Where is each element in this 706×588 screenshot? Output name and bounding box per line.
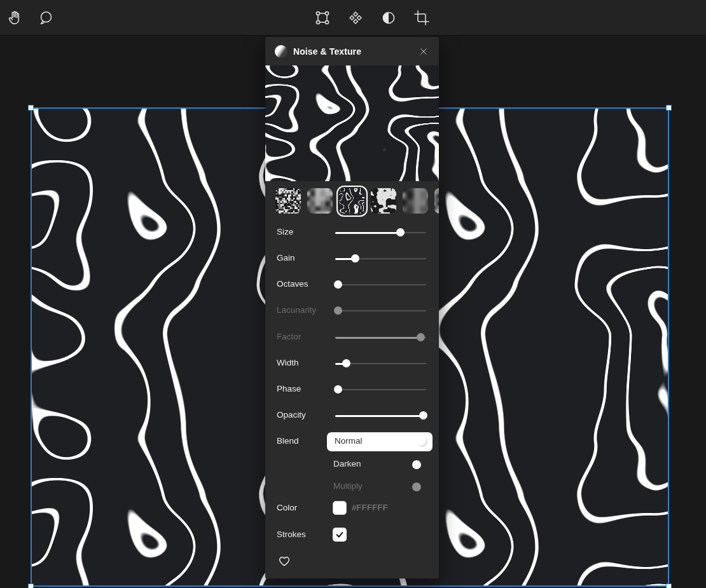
- thumbnail-grain[interactable]: [275, 188, 301, 214]
- slider-row-factor: Factor: [265, 331, 439, 344]
- lacunarity-slider-thumb: [334, 306, 342, 315]
- octaves-slider-thumb[interactable]: [334, 280, 342, 289]
- blend-multiply-swatch-icon: [412, 482, 421, 491]
- size-slider[interactable]: [335, 226, 426, 239]
- blend-option-multiply[interactable]: Multiply: [265, 481, 439, 493]
- toolbar-left-group: [6, 0, 54, 36]
- panel-title: Noise & Texture: [293, 46, 361, 57]
- toolbar-center-group: [314, 0, 430, 36]
- gain-label: Gain: [277, 253, 295, 263]
- panel-header: Noise & Texture: [265, 37, 439, 65]
- gain-slider[interactable]: [335, 252, 426, 265]
- slider-row-size: Size: [265, 226, 439, 239]
- slider-row-opacity: Opacity: [265, 409, 439, 422]
- octaves-label: Octaves: [277, 279, 308, 289]
- opacity-label: Opacity: [277, 410, 306, 420]
- blend-normal-swatch-icon: [417, 437, 427, 447]
- selection-handle-top-left[interactable]: [28, 105, 34, 111]
- width-slider-thumb[interactable]: [342, 359, 350, 367]
- blend-label: Blend: [277, 436, 299, 446]
- color-swatch[interactable]: [333, 501, 347, 515]
- crop-tool-icon[interactable]: [413, 10, 430, 26]
- selection-handle-bottom-right[interactable]: [666, 584, 672, 588]
- strokes-row: Strokes: [265, 528, 439, 542]
- phase-slider-thumb[interactable]: [334, 385, 342, 393]
- width-slider[interactable]: [335, 357, 426, 370]
- phase-label: Phase: [277, 384, 301, 393]
- size-slider-thumb[interactable]: [396, 228, 405, 236]
- slider-row-lacunarity: Lacunarity: [265, 304, 439, 317]
- plugin-logo-icon: [275, 45, 287, 58]
- color-hex-value[interactable]: #FFFFFF: [352, 503, 388, 512]
- noise-texture-panel: Noise & Texture Size Gain Octa: [265, 37, 439, 578]
- thumbnail-contour-lines[interactable]: [339, 188, 364, 214]
- slider-row-width: Width: [265, 357, 439, 370]
- pattern-tool-icon[interactable]: [347, 10, 364, 26]
- close-icon[interactable]: [417, 44, 431, 58]
- thumbnail-cellular[interactable]: [403, 188, 428, 214]
- selection-handle-top-right[interactable]: [666, 105, 672, 111]
- strokes-checkbox[interactable]: [333, 528, 347, 542]
- toolbar: [0, 0, 706, 36]
- selection-handle-bottom-left[interactable]: [28, 584, 34, 588]
- comment-tool-icon[interactable]: [38, 10, 54, 26]
- blend-darken-swatch-icon: [412, 460, 421, 469]
- blend-select-normal[interactable]: Normal: [327, 432, 433, 451]
- favorite-heart-icon[interactable]: [277, 553, 293, 568]
- opacity-slider-thumb[interactable]: [419, 411, 427, 420]
- opacity-slider[interactable]: [335, 409, 426, 422]
- phase-slider[interactable]: [335, 383, 426, 396]
- width-label: Width: [277, 358, 299, 367]
- factor-label: Factor: [277, 332, 301, 341]
- thumbnail-soft-noise[interactable]: [307, 188, 333, 214]
- blend-selected-value: Normal: [335, 436, 363, 446]
- octaves-slider[interactable]: [335, 278, 426, 291]
- lacunarity-label: Lacunarity: [277, 305, 316, 315]
- hand-tool-icon[interactable]: [6, 10, 23, 26]
- slider-row-octaves: Octaves: [265, 278, 439, 291]
- blend-option-darken[interactable]: Darken: [265, 458, 439, 471]
- strokes-label: Strokes: [277, 530, 306, 539]
- factor-slider: [335, 331, 426, 344]
- app-root: Noise & Texture Size Gain Octa: [0, 0, 706, 588]
- slider-row-phase: Phase: [265, 383, 439, 396]
- thumbnail-ridged[interactable]: [434, 188, 439, 214]
- texture-preview: [265, 65, 439, 181]
- transform-tool-icon[interactable]: [314, 10, 331, 26]
- color-label: Color: [277, 503, 297, 512]
- slider-fill: [335, 232, 401, 234]
- slider-row-gain: Gain: [265, 252, 439, 265]
- texture-thumbnails: [275, 188, 439, 219]
- gain-slider-thumb[interactable]: [351, 254, 359, 263]
- thumbnail-organic-blobs[interactable]: [371, 188, 396, 214]
- slider-fill: [335, 415, 424, 417]
- color-row: Color #FFFFFF: [265, 501, 439, 515]
- factor-slider-thumb: [417, 333, 425, 341]
- size-label: Size: [277, 227, 293, 236]
- contrast-tool-icon[interactable]: [380, 10, 397, 26]
- lacunarity-slider: [335, 304, 426, 317]
- slider-fill: [335, 337, 420, 339]
